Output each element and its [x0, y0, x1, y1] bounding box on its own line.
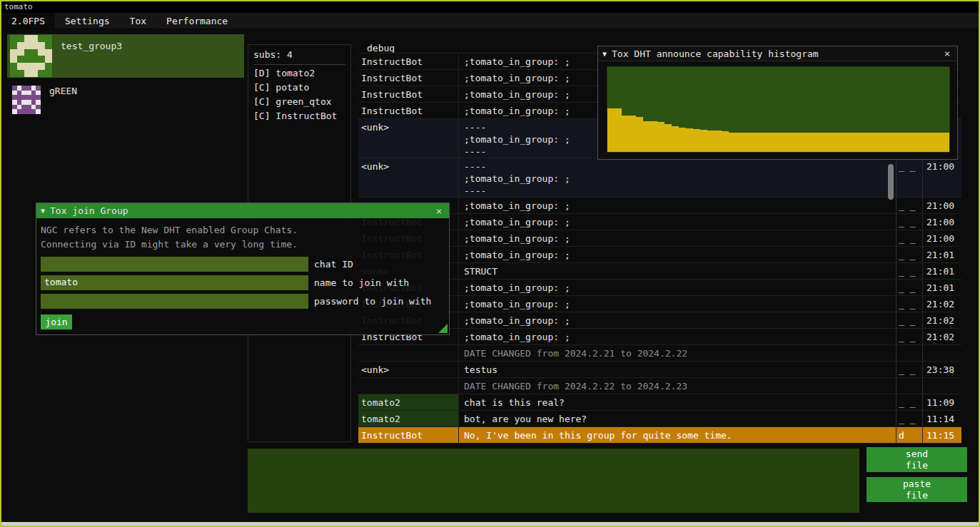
- horizontal-scrollbar[interactable]: [1, 522, 979, 526]
- message-text: testus: [458, 362, 896, 377]
- join-name-label: name to join with: [314, 277, 409, 288]
- histogram-bar: [757, 133, 764, 152]
- message-text: ;tomato_in_group: ;: [458, 247, 896, 262]
- message-timestamp: 21:02: [922, 329, 961, 344]
- message-text: No, I've been in this group for quite so…: [458, 427, 896, 443]
- join-name-input[interactable]: tomato: [41, 275, 308, 290]
- message-timestamp: 21:02: [922, 312, 961, 328]
- dht-histogram-window: ▼ Tox DHT announce capability histogram …: [597, 46, 958, 160]
- message-timestamp: [922, 378, 961, 394]
- message-timestamp: 23:38: [922, 362, 961, 377]
- message-status-flags: _ _: [896, 247, 922, 262]
- message-text: STRUCT: [458, 263, 896, 279]
- histogram-bar: [615, 108, 622, 152]
- histogram-bar: [736, 133, 743, 152]
- histogram-bar: [764, 133, 772, 152]
- message-text: chat is this real?: [458, 394, 896, 410]
- field-row-name: tomato name to join with: [41, 275, 445, 290]
- menu-performance[interactable]: Performance: [156, 13, 238, 29]
- dht-histogram-plot: [607, 66, 950, 153]
- send-file-label: file: [906, 460, 928, 471]
- histogram-bar: [864, 133, 871, 152]
- join-password-label: password to join with: [314, 296, 431, 307]
- paste-file-button[interactable]: paste file: [867, 477, 967, 502]
- date-separator-text: DATE CHANGED from 2024.2.22 to 2024.2.23: [458, 378, 896, 394]
- message-text: bot, are you new here?: [458, 411, 896, 426]
- join-group-title: Tox join Group: [50, 205, 433, 216]
- chat-message-row[interactable]: tomato2bot, are you new here?_ _11:14: [358, 411, 961, 427]
- join-button[interactable]: join: [41, 314, 72, 329]
- histogram-bar: [899, 133, 906, 152]
- histogram-bar: [906, 133, 914, 152]
- message-timestamp: 11:14: [922, 411, 961, 426]
- histogram-bar: [892, 133, 899, 152]
- message-input[interactable]: [248, 449, 859, 513]
- menu-bar: 2.0FPS Settings Tox Performance: [1, 13, 979, 29]
- fps-indicator: 2.0FPS: [1, 13, 55, 29]
- message-timestamp: 21:00: [922, 198, 961, 213]
- message-status-flags: _ _: [896, 198, 922, 213]
- close-icon[interactable]: ×: [941, 48, 953, 59]
- collapse-arrow-icon[interactable]: ▼: [41, 207, 45, 215]
- message-author: InstructBot: [358, 427, 458, 443]
- message-text: ;tomato_in_group: ;: [458, 296, 896, 312]
- join-group-titlebar[interactable]: ▼ Tox join Group ×: [36, 203, 449, 218]
- chat-message-row[interactable]: InstructBotNo, I've been in this group f…: [358, 427, 961, 444]
- message-author: tomato2: [358, 411, 458, 426]
- date-separator-row[interactable]: DATE CHANGED from 2024.2.22 to 2024.2.23: [358, 378, 961, 394]
- histogram-bar: [871, 133, 878, 152]
- histogram-bar: [607, 108, 615, 152]
- message-text: ;tomato_in_group: ;: [458, 280, 896, 295]
- message-author: [358, 345, 458, 361]
- chat-message-row[interactable]: <unk>testus_ _23:38: [358, 362, 961, 378]
- member-item[interactable]: [C] InstructBot: [253, 109, 345, 123]
- dht-histogram-titlebar[interactable]: ▼ Tox DHT announce capability histogram …: [598, 46, 957, 61]
- histogram-bar: [750, 133, 757, 152]
- date-separator-row[interactable]: DATE CHANGED from 2024.2.21 to 2024.2.22: [358, 345, 961, 362]
- message-timestamp: 11:09: [922, 394, 961, 410]
- message-status-flags: _ _: [896, 329, 922, 344]
- message-status-flags: _ _: [896, 230, 922, 246]
- message-status-flags: [896, 378, 922, 394]
- histogram-bar: [743, 133, 750, 152]
- date-separator-text: DATE CHANGED from 2024.2.21 to 2024.2.22: [458, 345, 896, 361]
- chat-message-row[interactable]: tomato2chat is this real?_ _11:09: [358, 394, 961, 411]
- member-item[interactable]: [C] potato: [253, 81, 345, 95]
- group-item-test-group3[interactable]: test_group3: [7, 34, 244, 78]
- chat-scrollbar-thumb[interactable]: [888, 164, 894, 200]
- message-status-flags: _ _: [896, 394, 922, 410]
- app-window: tomato 2.0FPS Settings Tox Performance t…: [0, 0, 980, 527]
- histogram-bar: [942, 133, 949, 152]
- send-file-button[interactable]: send file: [867, 447, 967, 472]
- message-author: <unk>: [358, 119, 458, 158]
- message-author: InstructBot: [358, 53, 458, 69]
- message-status-flags: [896, 345, 922, 361]
- group-item-green[interactable]: gREEN: [7, 81, 244, 125]
- histogram-bar: [686, 128, 693, 152]
- chat-id-input[interactable]: [41, 257, 308, 272]
- histogram-bar: [679, 128, 686, 153]
- menu-tox[interactable]: Tox: [120, 13, 156, 29]
- histogram-bar: [935, 133, 942, 152]
- message-status-flags: _ _: [896, 263, 922, 279]
- message-status-flags: _ _: [896, 296, 922, 312]
- message-status-flags: _ _: [896, 411, 922, 426]
- histogram-bar: [729, 133, 736, 152]
- member-item[interactable]: [D] tomato2: [253, 66, 345, 81]
- chat-message-row[interactable]: <unk>----;tomato_in_group: ;----_ _21:00: [358, 158, 961, 198]
- message-status-flags: _ _: [896, 158, 922, 197]
- message-timestamp: 21:00: [922, 230, 961, 246]
- collapse-arrow-icon[interactable]: ▼: [602, 50, 607, 58]
- close-icon[interactable]: ×: [433, 205, 445, 217]
- resize-grip[interactable]: [438, 324, 448, 333]
- join-info-text: Connecting via ID might take a very long…: [41, 237, 445, 252]
- member-item[interactable]: [C] green_qtox: [253, 95, 345, 109]
- menu-settings[interactable]: Settings: [55, 13, 120, 29]
- window-titlebar[interactable]: tomato: [1, 1, 979, 13]
- paste-file-label: paste: [903, 479, 931, 490]
- message-status-flags: _ _: [896, 312, 922, 328]
- histogram-bar: [885, 133, 892, 152]
- message-text: ;tomato_in_group: ;: [458, 214, 896, 230]
- histogram-bar: [714, 131, 722, 152]
- join-password-input[interactable]: [41, 294, 308, 309]
